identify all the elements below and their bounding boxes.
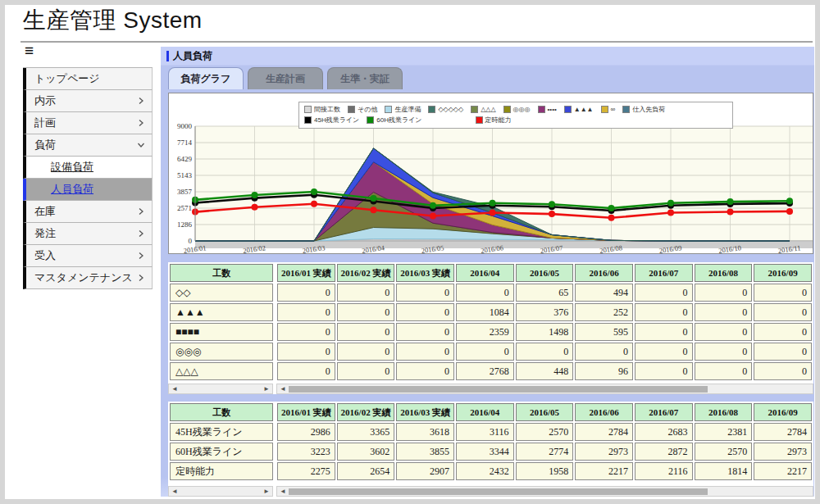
table-cell: 0 <box>277 284 335 302</box>
sidebar-item-setsubi-fuka[interactable]: 設備負荷 <box>23 157 153 179</box>
table-row: △△△ <box>170 362 273 380</box>
sidebar-item-fuka[interactable]: 負荷 <box>23 134 153 157</box>
column-header: 2016/03 実績 <box>396 403 454 421</box>
data-point <box>252 192 258 198</box>
chevron-right-icon <box>137 274 145 282</box>
scrollbar-thumb[interactable] <box>289 386 708 393</box>
table-cell: 0 <box>396 284 454 302</box>
y-tick-label: 7714 <box>177 138 193 147</box>
app-title: 生産管理 System <box>23 5 203 36</box>
legend-item: ▲▲▲ <box>564 106 594 113</box>
legend-label: 仕入先負荷 <box>632 105 665 114</box>
table-cell: 1958 <box>516 462 574 480</box>
data-point <box>490 200 496 207</box>
scroll-left-icon[interactable]: ◄ <box>280 386 286 393</box>
y-tick-label: 1286 <box>177 220 193 229</box>
legend-item: ◎◎◎ <box>503 106 531 113</box>
table-cell: 3602 <box>337 443 395 461</box>
sidebar-item-hacchuu[interactable]: 発注 <box>23 223 153 245</box>
scroll-left-icon[interactable]: ◄ <box>171 386 178 393</box>
table-cell: 2784 <box>575 423 633 441</box>
legend-swatch <box>538 106 545 113</box>
table-cell: 0 <box>635 343 693 361</box>
table-row: 000276844896000 <box>277 362 812 380</box>
table-cell: 0 <box>337 303 395 321</box>
chevron-right-icon <box>137 252 145 260</box>
sidebar-item-label: マスタメンテナンス <box>34 270 133 285</box>
tab-seijun-jisshou[interactable]: 生準・実証 <box>327 67 403 89</box>
sidebar-item-master-maintenance[interactable]: マスタメンテナンス <box>23 267 153 289</box>
main-panel: 人員負荷 負荷グラフ 生産計画 生準・実証 012862571385751436… <box>161 47 814 497</box>
row-label: 60H残業ライン <box>170 443 273 461</box>
sidebar-item-keikaku[interactable]: 計画 <box>23 112 153 134</box>
data-point <box>608 215 615 221</box>
legend-item: 間接工数 <box>304 105 340 114</box>
sidebar-item-label: トップページ <box>34 71 100 86</box>
scroll-right-icon[interactable]: ► <box>263 488 270 495</box>
sidebar-item-top-page[interactable]: トップページ <box>23 68 153 90</box>
table-row: 00023591498595000 <box>277 323 812 341</box>
legend-label: 間接工数 <box>314 105 340 114</box>
legend-swatch <box>476 116 483 124</box>
legend-swatch <box>348 106 355 113</box>
sidebar-item-ukeire[interactable]: 受入 <box>23 245 153 267</box>
frozen-column-hscrollbar[interactable]: ◄ ► <box>168 486 273 497</box>
scroll-right-icon[interactable]: ► <box>263 386 270 393</box>
table-cell: 2784 <box>754 423 812 441</box>
frozen-column-hscrollbar[interactable]: ◄ ► <box>168 384 273 394</box>
table-cell: 65 <box>516 284 574 302</box>
data-columns-hscrollbar[interactable]: ◄ <box>276 486 813 497</box>
table-cell: 0 <box>396 323 454 341</box>
hamburger-menu-icon[interactable]: ≡ <box>25 43 34 58</box>
table-row: 298633653618311625702784268323812784 <box>277 423 812 441</box>
legend-swatch <box>367 116 374 124</box>
table-cell: 0 <box>337 284 395 302</box>
scrollbar-thumb[interactable] <box>289 488 708 495</box>
table-cell: 2570 <box>516 423 574 441</box>
tab-load-graph[interactable]: 負荷グラフ <box>168 67 244 89</box>
legend-label: 60H残業ライン <box>376 116 421 125</box>
sidebar-item-zaiko[interactable]: 在庫 <box>23 201 153 223</box>
column-header: 2016/06 <box>575 264 633 282</box>
table-cell: 2381 <box>695 423 753 441</box>
column-header: 工数 <box>170 403 273 421</box>
sidebar-item-label: 設備負荷 <box>51 160 93 175</box>
row-label: 定時能力 <box>170 462 273 480</box>
legend-item: ◇◇◇◇◇ <box>428 106 463 113</box>
sidebar-item-naiji[interactable]: 内示 <box>23 90 153 112</box>
data-point <box>549 201 555 207</box>
data-point <box>727 198 734 205</box>
table-cell: 2683 <box>635 423 693 441</box>
table-row: ▲▲▲ <box>170 303 273 321</box>
table-cell: 0 <box>754 362 812 380</box>
table-viewport: 工数45H残業ライン60H残業ライン定時能力 2016/01 実績2016/02… <box>168 402 813 485</box>
y-tick-label: 0 <box>189 237 193 245</box>
table-cell: 3618 <box>396 423 454 441</box>
table-cell: 0 <box>337 362 395 380</box>
table-cell: 252 <box>575 303 633 321</box>
column-header: 工数 <box>170 264 273 282</box>
y-tick-label: 5143 <box>177 171 193 179</box>
legend-item: ∞ <box>601 106 616 113</box>
sidebar-item-jinin-fuka[interactable]: 人員負荷 <box>23 179 153 201</box>
column-header: 2016/07 <box>635 403 693 421</box>
legend-item: △△△ <box>471 106 495 113</box>
legend-item: 仕入先負荷 <box>622 105 665 114</box>
row-label: ◇◇ <box>170 284 273 302</box>
legend-label: ◇◇◇◇◇ <box>438 106 463 113</box>
scroll-left-icon[interactable]: ◄ <box>280 488 286 495</box>
chevron-right-icon <box>137 229 145 238</box>
table-cell: 2432 <box>456 462 514 480</box>
chevron-down-icon <box>137 141 145 149</box>
table-cell: 3223 <box>277 443 335 461</box>
table-cell: 3116 <box>456 423 514 441</box>
legend-label: ▲▲▲ <box>574 106 594 113</box>
table-row: 60H残業ライン <box>170 443 273 461</box>
table-cell: 376 <box>516 303 574 321</box>
table-cell: 2217 <box>754 462 812 480</box>
data-columns-hscrollbar[interactable]: ◄ <box>276 384 813 394</box>
table-cell: 0 <box>396 362 454 380</box>
tab-production-plan[interactable]: 生産計画 <box>248 67 323 89</box>
data-point <box>430 202 436 209</box>
scroll-left-icon[interactable]: ◄ <box>171 488 178 495</box>
